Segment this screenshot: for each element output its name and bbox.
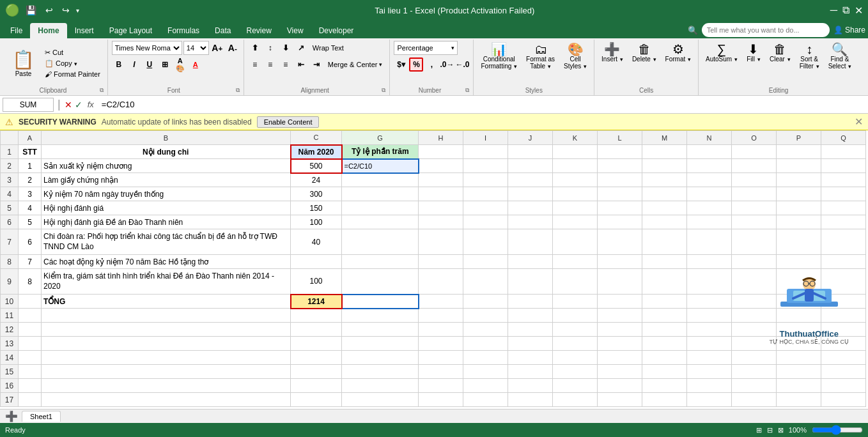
- cell-k10[interactable]: [553, 295, 598, 309]
- cell-a7[interactable]: 6: [19, 229, 42, 255]
- cancel-formula-button[interactable]: ✕: [65, 100, 72, 110]
- cell-g6[interactable]: [342, 215, 419, 229]
- cell-g9[interactable]: [342, 269, 419, 295]
- cell-c1[interactable]: Năm 2020: [291, 145, 342, 159]
- cell-k7[interactable]: [553, 229, 598, 255]
- conditional-formatting-button[interactable]: 📊 ConditionalFormatting ▾: [477, 41, 520, 72]
- cell-n2[interactable]: [687, 159, 732, 173]
- cell-p2[interactable]: [777, 159, 821, 173]
- col-header-c[interactable]: C: [291, 131, 342, 145]
- text-angle-button[interactable]: ↗: [294, 41, 308, 55]
- cell-j1[interactable]: [508, 145, 553, 159]
- search-input[interactable]: [702, 23, 830, 37]
- cell-n10[interactable]: [687, 295, 732, 309]
- autosum-button[interactable]: ∑ AutoSum ▾: [702, 41, 741, 65]
- cell-o3[interactable]: [732, 173, 777, 187]
- cell-g7[interactable]: [342, 229, 419, 255]
- cell-a11[interactable]: [19, 309, 42, 323]
- insert-button[interactable]: ➕ Insert ▾: [598, 41, 626, 65]
- align-center-button[interactable]: ≡: [263, 57, 277, 72]
- cell-h10[interactable]: [419, 295, 463, 309]
- cell-b5[interactable]: Hội nghị đánh giá: [42, 201, 291, 215]
- cell-b14[interactable]: [42, 351, 291, 365]
- cell-h5[interactable]: [419, 201, 463, 215]
- cell-m9[interactable]: [642, 269, 687, 295]
- cell-n4[interactable]: [687, 187, 732, 201]
- cell-m8[interactable]: [642, 255, 687, 269]
- cell-c2[interactable]: 500: [291, 159, 342, 173]
- name-box[interactable]: [3, 98, 54, 112]
- font-size-select[interactable]: 14: [183, 41, 209, 55]
- cell-i5[interactable]: [463, 201, 508, 215]
- col-header-p[interactable]: P: [777, 131, 821, 145]
- cell-j6[interactable]: [508, 215, 553, 229]
- fill-button[interactable]: ⬇ Fill ▾: [743, 41, 764, 65]
- cell-g10[interactable]: [342, 295, 419, 309]
- cell-g13[interactable]: [342, 337, 419, 351]
- cell-q2[interactable]: [821, 159, 866, 173]
- cut-button[interactable]: ✂ Cut: [42, 47, 104, 58]
- cell-b6[interactable]: Hội nghị đánh giá Đề án Đào Thanh niên: [42, 215, 291, 229]
- cell-a17[interactable]: [19, 393, 42, 407]
- align-bottom-button[interactable]: ⬇: [279, 41, 293, 55]
- col-header-h[interactable]: H: [419, 131, 463, 145]
- cell-q7[interactable]: [821, 229, 866, 255]
- cell-b15[interactable]: [42, 365, 291, 379]
- cell-c9[interactable]: 100: [291, 269, 342, 295]
- cell-p10[interactable]: [777, 295, 821, 309]
- cell-o5[interactable]: [732, 201, 777, 215]
- copy-button[interactable]: 📋 Copy ▾: [42, 58, 104, 69]
- cell-c15[interactable]: [291, 365, 342, 379]
- cell-i10[interactable]: [463, 295, 508, 309]
- cell-i4[interactable]: [463, 187, 508, 201]
- tab-page-layout[interactable]: Page Layout: [102, 23, 160, 38]
- cell-l3[interactable]: [598, 173, 642, 187]
- cell-l9[interactable]: [598, 269, 642, 295]
- col-header-q[interactable]: Q: [821, 131, 866, 145]
- cell-p6[interactable]: [777, 215, 821, 229]
- tab-data[interactable]: Data: [207, 23, 238, 38]
- cell-l10[interactable]: [598, 295, 642, 309]
- cell-m4[interactable]: [642, 187, 687, 201]
- tab-formulas[interactable]: Formulas: [160, 23, 207, 38]
- cell-a2[interactable]: 1: [19, 159, 42, 173]
- minimize-button[interactable]: ─: [830, 4, 837, 16]
- cell-q5[interactable]: [821, 201, 866, 215]
- security-close-button[interactable]: ✕: [855, 116, 863, 128]
- cell-l2[interactable]: [598, 159, 642, 173]
- cell-j4[interactable]: [508, 187, 553, 201]
- clear-button[interactable]: 🗑 Clear ▾: [766, 41, 794, 65]
- cell-a9[interactable]: 8: [19, 269, 42, 295]
- cell-c10[interactable]: 1214: [291, 295, 342, 309]
- cell-k4[interactable]: [553, 187, 598, 201]
- cell-p1[interactable]: [777, 145, 821, 159]
- cell-o9[interactable]: [732, 269, 777, 295]
- cell-k6[interactable]: [553, 215, 598, 229]
- cell-a1[interactable]: STT: [19, 145, 42, 159]
- cell-l1[interactable]: [598, 145, 642, 159]
- bold-button[interactable]: B: [112, 57, 126, 72]
- accounting-button[interactable]: $▾: [394, 57, 408, 72]
- find-select-button[interactable]: 🔍 Find &Select ▾: [825, 41, 855, 72]
- cell-l8[interactable]: [598, 255, 642, 269]
- cell-g16[interactable]: [342, 379, 419, 393]
- cell-c3[interactable]: 24: [291, 173, 342, 187]
- cell-b2[interactable]: Sản xuất kỷ niệm chương: [42, 159, 291, 173]
- cell-c13[interactable]: [291, 337, 342, 351]
- align-right-button[interactable]: ≡: [279, 57, 293, 72]
- align-left-button[interactable]: ≡: [248, 57, 262, 72]
- cell-k2[interactable]: [553, 159, 598, 173]
- cell-a3[interactable]: 2: [19, 173, 42, 187]
- cell-styles-button[interactable]: 🎨 CellStyles ▾: [561, 41, 590, 72]
- number-expand[interactable]: ⧉: [465, 87, 469, 94]
- cell-c12[interactable]: [291, 323, 342, 337]
- cell-b9[interactable]: Kiểm tra, giám sát tình hình triển khai …: [42, 269, 291, 295]
- cell-i8[interactable]: [463, 255, 508, 269]
- cell-b17[interactable]: [42, 393, 291, 407]
- delete-button[interactable]: 🗑 Delete ▾: [629, 41, 660, 65]
- cell-l6[interactable]: [598, 215, 642, 229]
- cell-g12[interactable]: [342, 323, 419, 337]
- cell-p3[interactable]: [777, 173, 821, 187]
- cell-j9[interactable]: [508, 269, 553, 295]
- col-header-o[interactable]: O: [732, 131, 777, 145]
